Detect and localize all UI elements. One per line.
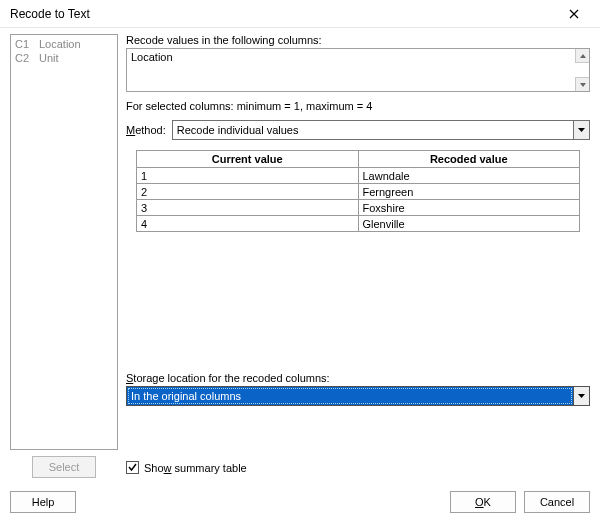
chevron-down-icon <box>578 394 585 398</box>
variable-list[interactable]: C1 Location C2 Unit <box>10 34 118 450</box>
method-dropdown-button[interactable] <box>573 121 589 139</box>
cell-recoded[interactable]: Ferngreen <box>358 184 580 200</box>
recode-columns-input[interactable]: Location <box>126 48 590 92</box>
close-button[interactable] <box>554 3 594 25</box>
left-column: C1 Location C2 Unit Select <box>10 34 118 478</box>
recode-columns-label: Recode values in the following columns: <box>126 34 590 46</box>
chevron-down-icon <box>580 83 586 87</box>
cell-recoded[interactable]: Lawndale <box>358 168 580 184</box>
recode-table-wrap: Current value Recoded value 1 Lawndale 2… <box>136 150 580 232</box>
show-summary-label: Show summary table <box>144 462 247 474</box>
chevron-down-icon <box>578 128 585 132</box>
recode-table[interactable]: Current value Recoded value 1 Lawndale 2… <box>136 150 580 232</box>
help-button[interactable]: Help <box>10 491 76 513</box>
variable-cid: C1 <box>15 37 39 51</box>
check-icon <box>128 463 137 472</box>
cell-current[interactable]: 1 <box>137 168 359 184</box>
cancel-button[interactable]: Cancel <box>524 491 590 513</box>
chevron-up-icon <box>580 54 586 58</box>
cell-recoded[interactable]: Glenville <box>358 216 580 232</box>
show-summary-row[interactable]: Show summary table <box>126 461 247 474</box>
col-header-recoded[interactable]: Recoded value <box>358 151 580 168</box>
right-column: Recode values in the following columns: … <box>118 34 590 478</box>
storage-label: Storage location for the recoded columns… <box>126 372 590 384</box>
dialog-body: C1 Location C2 Unit Select Recode values… <box>0 28 600 484</box>
show-summary-checkbox[interactable] <box>126 461 139 474</box>
minmax-label: For selected columns: minimum = 1, maxim… <box>126 100 590 112</box>
method-select-value: Recode individual values <box>177 124 299 136</box>
table-row[interactable]: 3 Foxshire <box>137 200 580 216</box>
cell-current[interactable]: 3 <box>137 200 359 216</box>
ok-button[interactable]: OK <box>450 491 516 513</box>
variable-name: Unit <box>39 51 59 65</box>
title-bar: Recode to Text <box>0 0 600 28</box>
variable-row[interactable]: C2 Unit <box>15 51 113 65</box>
cell-recoded[interactable]: Foxshire <box>358 200 580 216</box>
select-button: Select <box>32 456 96 478</box>
cell-current[interactable]: 4 <box>137 216 359 232</box>
method-row: Method: Recode individual values <box>126 120 590 140</box>
scroll-down-button[interactable] <box>575 77 589 91</box>
variable-name: Location <box>39 37 81 51</box>
cell-current[interactable]: 2 <box>137 184 359 200</box>
storage-select-value: In the original columns <box>127 387 573 405</box>
table-row[interactable]: 4 Glenville <box>137 216 580 232</box>
method-select[interactable]: Recode individual values <box>172 120 590 140</box>
table-row[interactable]: 1 Lawndale <box>137 168 580 184</box>
window-title: Recode to Text <box>10 7 554 21</box>
storage-select[interactable]: In the original columns <box>126 386 590 406</box>
storage-block: Storage location for the recoded columns… <box>126 372 590 406</box>
close-icon <box>569 9 579 19</box>
table-row[interactable]: 2 Ferngreen <box>137 184 580 200</box>
col-header-current[interactable]: Current value <box>137 151 359 168</box>
variable-cid: C2 <box>15 51 39 65</box>
recode-columns-value: Location <box>131 51 173 63</box>
scroll-up-button[interactable] <box>575 49 589 63</box>
variable-row[interactable]: C1 Location <box>15 37 113 51</box>
storage-dropdown-button[interactable] <box>573 387 589 405</box>
method-label: Method: <box>126 124 166 136</box>
bottom-bar: Help OK Cancel <box>0 484 600 520</box>
